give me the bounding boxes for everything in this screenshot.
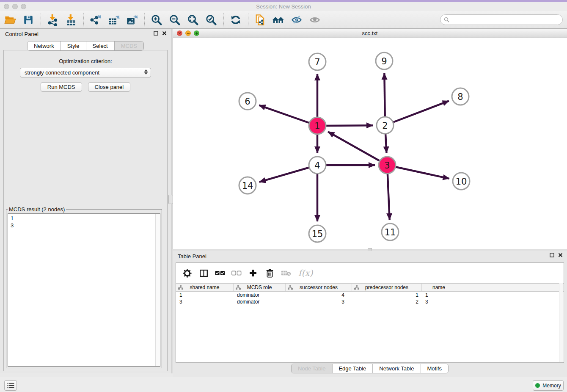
table-panel: Table Panel — [173, 251, 567, 377]
hide-details-button[interactable] — [290, 13, 303, 27]
add-column-button[interactable] — [248, 268, 258, 278]
cell-shared-name[interactable]: 3 — [176, 299, 234, 305]
float-table-panel-icon[interactable] — [550, 253, 554, 257]
tree-column-icon — [288, 285, 293, 290]
deselect-all-button[interactable] — [231, 268, 242, 278]
delete-table-button[interactable] — [281, 268, 291, 278]
close-panel-icon[interactable] — [162, 31, 167, 36]
cell-predecessor-nodes[interactable]: 2 — [352, 299, 422, 305]
column-settings-button[interactable] — [182, 268, 192, 278]
tab-motifs[interactable]: Motifs — [421, 364, 448, 373]
cell-name[interactable]: 3 — [422, 299, 456, 305]
close-table-panel-icon[interactable] — [558, 253, 563, 257]
graph-node-7[interactable]: 7 — [309, 53, 326, 70]
tab-select[interactable]: Select — [86, 41, 115, 50]
toolbar-separator — [144, 13, 145, 27]
graph-edge-3-1[interactable] — [328, 132, 387, 165]
graph-node-2[interactable]: 2 — [377, 117, 394, 134]
graph-edge-1-6[interactable] — [259, 105, 317, 126]
export-table-button[interactable] — [107, 13, 121, 27]
graph-node-label: 14 — [242, 181, 253, 191]
criterion-select[interactable]: strongly connected component — [20, 68, 151, 77]
graph-node-4[interactable]: 4 — [309, 157, 326, 174]
column-header-mcds-role[interactable]: MCDS role — [234, 284, 286, 291]
graph-node-10[interactable]: 10 — [453, 173, 470, 190]
search-box[interactable] — [440, 14, 563, 25]
export-image-button[interactable] — [125, 13, 139, 27]
memory-button[interactable]: Memory — [533, 380, 564, 391]
graph-node-3[interactable]: 3 — [379, 157, 396, 174]
save-session-button[interactable] — [22, 13, 35, 27]
column-header-shared-name[interactable]: shared name — [176, 284, 234, 291]
column-header-name[interactable]: name — [422, 284, 456, 291]
select-all-button[interactable] — [215, 268, 225, 278]
cell-mcds-role[interactable]: dominator — [234, 299, 286, 305]
zoom-in-button[interactable] — [150, 13, 163, 27]
task-history-button[interactable] — [4, 380, 17, 391]
toolbar-separator — [41, 13, 41, 27]
export-network-button[interactable] — [89, 13, 102, 27]
tab-style[interactable]: Style — [61, 41, 86, 50]
cell-successor-nodes[interactable]: 3 — [286, 299, 352, 305]
graph-node-9[interactable]: 9 — [376, 52, 393, 69]
float-panel-icon[interactable] — [154, 31, 158, 36]
export-network-icon — [90, 14, 102, 26]
zoom-fit-button[interactable] — [186, 13, 200, 27]
network-close-button[interactable] — [177, 30, 182, 36]
table-row[interactable]: 3 dominator 3 2 3 — [176, 298, 564, 305]
graph-node-8[interactable]: 8 — [452, 88, 469, 105]
graph-node-15[interactable]: 15 — [309, 225, 326, 242]
column-header-successor-nodes[interactable]: successor nodes — [286, 284, 352, 291]
function-builder-button[interactable]: f(x) — [298, 268, 313, 278]
run-mcds-button[interactable]: Run MCDS — [41, 82, 82, 92]
tab-network-table[interactable]: Network Table — [373, 364, 421, 373]
zoom-out-button[interactable] — [168, 13, 182, 27]
split-columns-icon — [199, 269, 208, 278]
graph-node-11[interactable]: 11 — [382, 224, 399, 240]
export-image-icon — [126, 14, 138, 26]
graph-node-label: 15 — [312, 229, 323, 239]
network-maximize-button[interactable] — [194, 30, 199, 36]
graph-edge-3-10[interactable] — [387, 165, 449, 179]
panel-splitter-handle[interactable] — [168, 195, 173, 204]
cell-shared-name[interactable]: 1 — [176, 292, 234, 298]
cell-mcds-role[interactable]: dominator — [234, 292, 286, 298]
trash-icon — [266, 269, 274, 278]
select-chevrons-icon — [144, 69, 148, 75]
graph-node-1[interactable]: 1 — [309, 117, 326, 134]
network-window-titlebar[interactable]: scc.txt — [173, 29, 567, 38]
tab-edge-table[interactable]: Edge Table — [332, 364, 373, 373]
close-panel-button[interactable]: Close panel — [88, 82, 131, 92]
cell-successor-nodes[interactable]: 4 — [286, 292, 352, 298]
duplicate-network-button[interactable] — [253, 13, 267, 27]
graph-node-14[interactable]: 14 — [239, 177, 256, 194]
cell-predecessor-nodes[interactable]: 1 — [352, 292, 422, 298]
open-session-button[interactable] — [3, 13, 17, 27]
network-minimize-button[interactable] — [185, 30, 191, 36]
show-details-button[interactable] — [308, 13, 322, 27]
network-canvas[interactable]: 7968124314101511 — [173, 38, 567, 249]
import-network-button[interactable] — [46, 13, 60, 27]
tab-node-table[interactable]: Node Table — [292, 364, 333, 373]
home-view-button[interactable] — [272, 13, 285, 27]
import-table-icon — [65, 14, 77, 26]
result-scrollbar[interactable] — [155, 214, 160, 366]
refresh-network-button[interactable] — [229, 13, 242, 27]
table-row[interactable]: 1 dominator 4 1 1 — [176, 292, 564, 298]
delete-column-button[interactable] — [264, 268, 275, 278]
search-input[interactable] — [451, 16, 562, 24]
show-column-panel-button[interactable] — [198, 268, 209, 278]
eye-icon — [309, 14, 321, 26]
graph-node-6[interactable]: 6 — [239, 93, 256, 110]
cell-name[interactable]: 1 — [422, 292, 456, 298]
table-scrollbar[interactable] — [559, 283, 563, 362]
mcds-result-list[interactable]: 1 3 — [8, 213, 160, 367]
tab-mcds[interactable]: MCDS — [115, 41, 143, 50]
toolbar-separator — [223, 13, 224, 27]
control-panel-title: Control Panel — [5, 31, 39, 37]
tab-network[interactable]: Network — [28, 41, 61, 50]
graph-edge-2-8[interactable] — [385, 101, 449, 125]
column-header-predecessor-nodes[interactable]: predecessor nodes — [352, 284, 422, 291]
zoom-selected-button[interactable] — [204, 13, 218, 27]
import-table-button[interactable] — [64, 13, 78, 27]
